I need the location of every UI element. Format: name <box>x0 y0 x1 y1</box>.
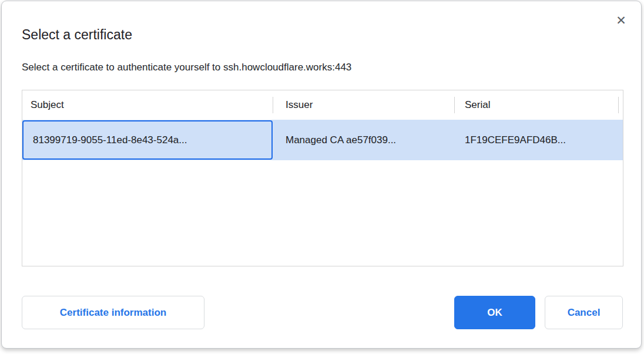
certificate-information-button[interactable]: Certificate information <box>22 296 204 329</box>
cell-serial[interactable]: 1F19CEFE9AFD46B... <box>454 120 618 160</box>
column-header-serial: Serial <box>454 90 618 120</box>
table-row[interactable]: 81399719-9055-11ed-8e43-524a... Managed … <box>22 120 623 160</box>
cell-issuer[interactable]: Managed CA ae57f039... <box>273 120 454 160</box>
scrollbar-gutter <box>618 90 623 120</box>
close-icon[interactable]: ✕ <box>613 12 629 29</box>
page-title: Select a certificate <box>22 27 132 43</box>
cell-gutter <box>618 120 623 160</box>
ok-button[interactable]: OK <box>454 296 535 329</box>
certificate-table[interactable]: Subject Issuer Serial 81399719-9055-11ed… <box>22 90 623 266</box>
dialog-subtitle: Select a certificate to authenticate you… <box>22 62 351 73</box>
cancel-button[interactable]: Cancel <box>545 296 623 329</box>
cell-subject[interactable]: 81399719-9055-11ed-8e43-524a... <box>22 120 273 160</box>
column-header-subject: Subject <box>22 90 273 120</box>
column-header-issuer: Issuer <box>273 90 454 120</box>
table-header: Subject Issuer Serial <box>22 90 623 120</box>
certificate-select-dialog: ✕ Select a certificate Select a certific… <box>1 1 642 349</box>
